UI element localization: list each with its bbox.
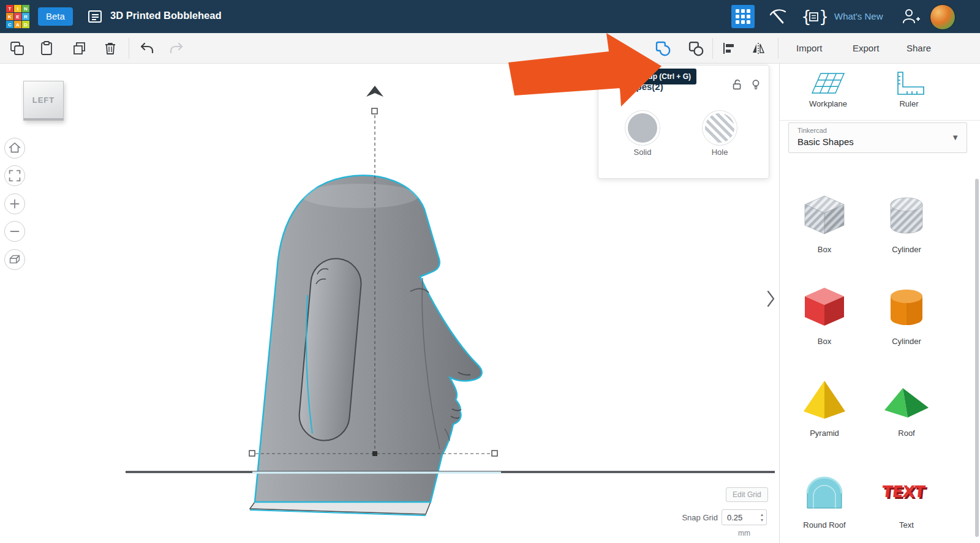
document-title[interactable]: 3D Printed Bobblehead (110, 10, 222, 21)
midpoint-handle[interactable] (372, 451, 377, 456)
logo-cell: K (6, 13, 13, 20)
cylinder-orange-icon (881, 280, 932, 332)
toolbar-separator (778, 38, 778, 59)
snap-grid-spinner[interactable]: ▴▾ (761, 512, 763, 523)
solid-swatch[interactable] (628, 113, 657, 143)
logo-cell: N (22, 5, 29, 12)
shape-label: Text (899, 520, 914, 530)
shape-item-box-hole[interactable]: Box (783, 180, 865, 272)
logo-cell: A (14, 21, 21, 28)
corner-handle-left[interactable] (249, 451, 255, 456)
shape-label: Box (818, 337, 831, 346)
shape-item-cylinder[interactable]: Cylinder (865, 272, 948, 364)
ruler-icon (892, 70, 926, 97)
delete-button[interactable] (99, 37, 121, 59)
paste-icon (39, 40, 55, 56)
shape-label: Box (818, 245, 831, 254)
edit-grid-button[interactable]: Edit Grid (726, 487, 768, 502)
import-button[interactable]: Import (788, 37, 831, 59)
unlock-icon[interactable] (731, 78, 744, 91)
cylinder-striped-icon (881, 189, 932, 240)
shape-label: Cylinder (892, 245, 921, 254)
ungroup-button[interactable] (685, 37, 707, 59)
tinkercad-logo[interactable]: T I N K E R C A D (6, 5, 29, 28)
redo-button[interactable] (165, 37, 187, 59)
text-shape-icon: TEXT TEXT (881, 464, 932, 515)
svg-text:TEXT: TEXT (881, 482, 927, 501)
avatar[interactable] (930, 4, 956, 30)
toolbar-separator (712, 38, 713, 59)
align-icon (721, 40, 737, 56)
rotate-handle[interactable] (366, 86, 383, 97)
group-icon (654, 39, 672, 58)
workplane-icon (811, 70, 845, 97)
shape-label: Roof (898, 429, 914, 438)
align-button[interactable] (718, 37, 740, 59)
panel-collapse-icon[interactable] (763, 286, 778, 311)
tools-icon[interactable] (768, 7, 788, 26)
paste-button[interactable] (36, 37, 58, 59)
app-header: T I N K E R C A D Beta 3D Printed Bobble… (0, 0, 980, 33)
logo-cell: T (6, 5, 13, 12)
show-hide-icon[interactable] (749, 78, 763, 91)
snap-grid-label: Snap Grid (662, 513, 718, 522)
box-red-icon (799, 280, 850, 332)
tinkercad-app: T I N K E R C A D Beta 3D Printed Bobble… (0, 0, 980, 543)
shape-item-box[interactable]: Box (783, 272, 865, 364)
shape-grid: Box Cylinder Box (783, 180, 948, 543)
svg-text:}: } (819, 7, 827, 26)
undo-icon (139, 40, 155, 56)
whats-new-link[interactable]: What's New (834, 11, 883, 21)
shape-label: Round Roof (803, 520, 845, 530)
logo-cell: D (22, 21, 29, 28)
mirror-icon (750, 40, 766, 56)
codeblocks-icon[interactable]: { } (800, 7, 827, 26)
design-properties-icon[interactable] (87, 9, 103, 24)
shapes-panel: Workplane Ruler Tinkercad Basic Shapes ▼ (779, 64, 980, 543)
copy-button[interactable] (6, 37, 28, 59)
shape-label: Cylinder (892, 337, 921, 346)
shape-item-round-roof[interactable]: Round Roof (783, 455, 865, 543)
group-tooltip: Group (Ctrl + G) (630, 69, 696, 84)
workplane-tool[interactable]: Workplane (788, 70, 868, 108)
snap-grid-select[interactable]: 0.25 ▴▾ (722, 509, 767, 525)
duplicate-button[interactable] (69, 37, 91, 59)
apps-grid-icon[interactable] (731, 5, 755, 28)
shape-library-select[interactable]: Tinkercad Basic Shapes ▼ (788, 122, 967, 153)
corner-handle-right[interactable] (492, 451, 497, 456)
library-brand: Tinkercad (797, 127, 827, 134)
beta-badge[interactable]: Beta (38, 7, 73, 26)
shape-item-cylinder-hole[interactable]: Cylinder (865, 180, 948, 272)
undo-button[interactable] (136, 37, 158, 59)
height-handle[interactable] (372, 108, 377, 114)
workplane-label: Workplane (809, 99, 847, 108)
chevron-down-icon: ▼ (951, 133, 959, 142)
shape-item-pyramid[interactable]: Pyramid (783, 364, 865, 455)
shape-item-text[interactable]: TEXT TEXT Text (865, 455, 948, 543)
ruler-tool[interactable]: Ruler (869, 70, 949, 108)
hole-swatch[interactable] (705, 113, 734, 143)
redo-icon (168, 40, 184, 56)
export-button[interactable]: Export (844, 37, 888, 59)
roof-icon (881, 372, 932, 424)
box-striped-icon (799, 189, 850, 240)
logo-cell: R (22, 13, 29, 20)
trash-icon (102, 40, 118, 56)
copy-icon (9, 40, 25, 56)
logo-cell: I (14, 5, 21, 12)
share-button[interactable]: Share (898, 37, 940, 59)
panel-scrollbar[interactable] (975, 179, 979, 537)
solid-label: Solid (618, 148, 667, 157)
duplicate-icon (72, 40, 88, 56)
add-user-icon[interactable] (900, 7, 921, 26)
shape-item-roof[interactable]: Roof (865, 364, 948, 455)
round-roof-icon (799, 464, 850, 515)
toolbar-separator (129, 38, 129, 59)
group-button[interactable] (652, 37, 674, 59)
snap-grid-value: 0.25 (727, 513, 742, 522)
helper-tools-row: Workplane Ruler (780, 64, 980, 121)
logo-cell: E (14, 13, 21, 20)
mirror-button[interactable] (747, 37, 769, 59)
main-toolbar: Import Export Share (0, 33, 980, 64)
hole-label: Hole (695, 148, 744, 157)
